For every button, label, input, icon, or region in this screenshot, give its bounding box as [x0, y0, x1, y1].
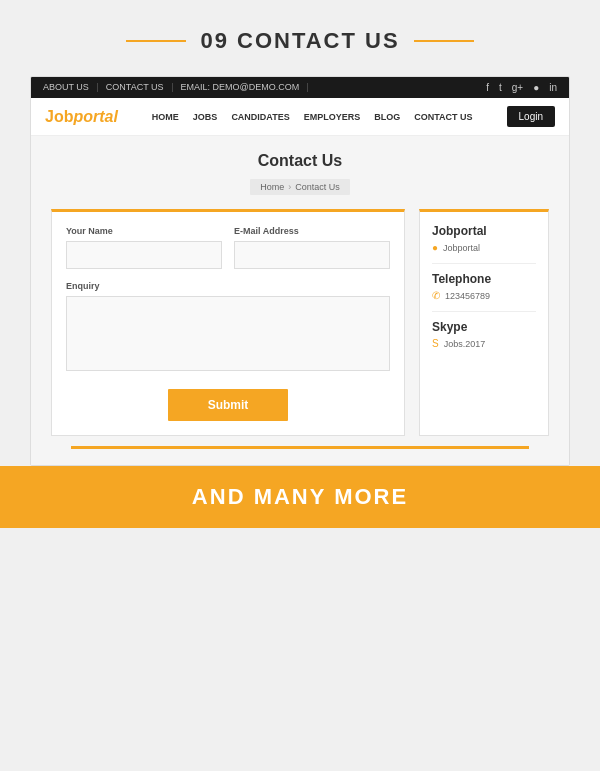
contact-link[interactable]: CONTACT US [98, 83, 173, 92]
form-group-name: Your Name [66, 226, 222, 269]
nav-blog[interactable]: BLOG [374, 112, 400, 122]
top-bar: ABOUT US CONTACT US EMAIL: DEMO@DEMO.COM… [31, 77, 569, 98]
linkedin-icon[interactable]: in [549, 82, 557, 93]
email-info: EMAIL: DEMO@DEMO.COM [173, 83, 309, 92]
email-input[interactable] [234, 241, 390, 269]
page-title-text: 09 CONTACT US [200, 28, 399, 54]
title-line-right [414, 40, 474, 42]
nav-jobs[interactable]: JOBS [193, 112, 218, 122]
enquiry-textarea[interactable] [66, 296, 390, 371]
title-line-left [126, 40, 186, 42]
form-group-enquiry: Enquiry [66, 281, 390, 375]
nav-bar: Jobportal HOME JOBS CANDIDATES EMPLOYERS… [31, 98, 569, 136]
telephone-title: Telephone [432, 272, 536, 286]
name-input[interactable] [66, 241, 222, 269]
instagram-icon[interactable]: ● [533, 82, 539, 93]
top-bar-right: f t g+ ● in [486, 82, 557, 93]
logo-job: Job [45, 108, 73, 125]
info-divider-1 [432, 263, 536, 264]
page-header: Contact Us Home › Contact Us [51, 152, 549, 195]
skype-value: Jobs.2017 [444, 339, 486, 349]
googleplus-icon[interactable]: g+ [512, 82, 523, 93]
logo[interactable]: Jobportal [45, 108, 118, 126]
jobportal-title: Jobportal [432, 224, 536, 238]
browser-mockup: ABOUT US CONTACT US EMAIL: DEMO@DEMO.COM… [30, 76, 570, 466]
nav-home[interactable]: HOME [152, 112, 179, 122]
bottom-bar-text: AND MANY MORE [192, 484, 408, 509]
content-area: Contact Us Home › Contact Us Your Name E… [31, 136, 569, 465]
skype-title: Skype [432, 320, 536, 334]
telephone-item: ✆ 123456789 [432, 290, 536, 301]
main-grid: Your Name E-Mail Address Enquiry Submit … [51, 209, 549, 436]
page-heading: Contact Us [51, 152, 549, 170]
form-section: Your Name E-Mail Address Enquiry Submit [51, 209, 405, 436]
telephone-value: 123456789 [445, 291, 490, 301]
bottom-line [71, 446, 529, 449]
top-bar-left: ABOUT US CONTACT US EMAIL: DEMO@DEMO.COM [43, 83, 308, 92]
bottom-bar: AND MANY MORE [0, 466, 600, 528]
facebook-icon[interactable]: f [486, 82, 489, 93]
name-label: Your Name [66, 226, 222, 236]
breadcrumb-chevron: › [288, 182, 291, 192]
jobportal-item: ● Jobportal [432, 242, 536, 253]
skype-icon: S [432, 338, 439, 349]
nav-candidates[interactable]: CANDIDATES [231, 112, 289, 122]
page-title-section: 09 CONTACT US [0, 0, 600, 76]
enquiry-label: Enquiry [66, 281, 390, 291]
twitter-icon[interactable]: t [499, 82, 502, 93]
phone-icon: ✆ [432, 290, 440, 301]
email-label: E-Mail Address [234, 226, 390, 236]
form-row-top: Your Name E-Mail Address [66, 226, 390, 269]
breadcrumb-home[interactable]: Home [260, 182, 284, 192]
about-link[interactable]: ABOUT US [43, 83, 98, 92]
logo-portal: portal [73, 108, 117, 125]
submit-button[interactable]: Submit [168, 389, 289, 421]
form-group-email: E-Mail Address [234, 226, 390, 269]
nav-links: HOME JOBS CANDIDATES EMPLOYERS BLOG CONT… [152, 112, 473, 122]
info-section: Jobportal ● Jobportal Telephone ✆ 123456… [419, 209, 549, 436]
login-button[interactable]: Login [507, 106, 555, 127]
nav-employers[interactable]: EMPLOYERS [304, 112, 361, 122]
breadcrumb: Home › Contact Us [250, 179, 350, 195]
nav-contact[interactable]: CONTACT US [414, 112, 472, 122]
info-divider-2 [432, 311, 536, 312]
jobportal-value: Jobportal [443, 243, 480, 253]
location-icon: ● [432, 242, 438, 253]
breadcrumb-current: Contact Us [295, 182, 340, 192]
skype-item: S Jobs.2017 [432, 338, 536, 349]
